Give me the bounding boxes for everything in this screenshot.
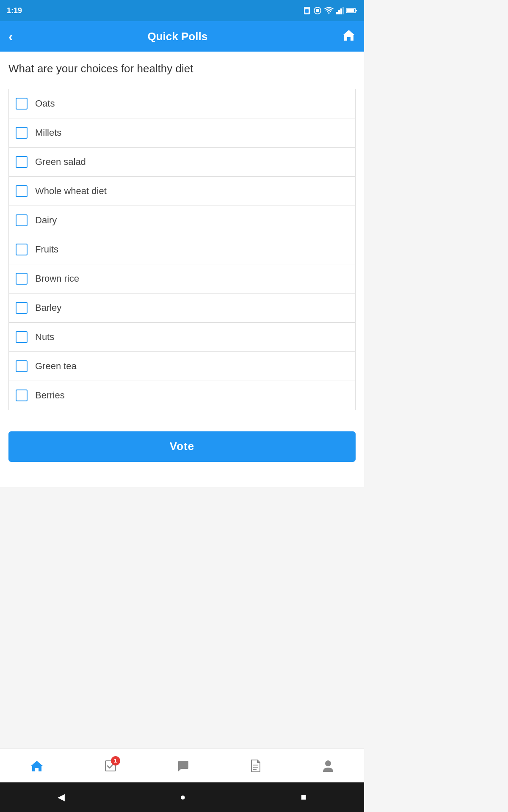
nav-profile[interactable] [314, 756, 342, 776]
svg-point-3 [316, 9, 319, 12]
house-icon [342, 29, 356, 41]
checkbox-10[interactable] [16, 360, 28, 372]
nav-tasks[interactable]: 1 [96, 756, 125, 776]
tasks-badge: 1 [111, 756, 120, 765]
home-nav-svg [30, 760, 44, 772]
checkbox-3[interactable] [16, 156, 28, 168]
main-content: What are your choices for healthy diet O… [0, 52, 364, 419]
checkbox-5[interactable] [16, 214, 28, 226]
nav-docs[interactable] [241, 756, 270, 776]
signal-icon [336, 7, 344, 14]
svg-rect-6 [340, 8, 342, 14]
android-nav: ◀ ● ■ [0, 782, 364, 812]
option-label-5: Dairy [35, 215, 57, 226]
option-label-1: Oats [35, 98, 55, 109]
sync-icon [313, 6, 322, 15]
battery-icon [346, 8, 357, 14]
option-label-7: Brown rice [35, 273, 79, 284]
option-item-5[interactable]: Dairy [8, 206, 356, 235]
option-label-4: Whole wheat diet [35, 186, 107, 197]
checkbox-9[interactable] [16, 331, 28, 343]
vote-section: Vote [0, 419, 364, 470]
option-item-6[interactable]: Fruits [8, 235, 356, 264]
svg-rect-1 [305, 9, 309, 13]
svg-rect-10 [347, 9, 354, 12]
sim-icon [303, 6, 311, 15]
checkbox-4[interactable] [16, 185, 28, 197]
option-label-2: Millets [35, 127, 61, 138]
bottom-nav: 1 [0, 749, 364, 782]
option-label-3: Green salad [35, 156, 86, 167]
back-button[interactable]: ‹ [8, 29, 13, 44]
option-item-1[interactable]: Oats [8, 89, 356, 118]
option-item-2[interactable]: Millets [8, 118, 356, 148]
home-nav-icon[interactable] [342, 29, 356, 44]
option-label-6: Fruits [35, 244, 58, 255]
app-bar: ‹ Quick Polls [0, 21, 364, 52]
option-label-11: Berries [35, 390, 65, 401]
checkbox-1[interactable] [16, 98, 28, 110]
svg-rect-5 [338, 10, 340, 14]
option-item-10[interactable]: Green tea [8, 352, 356, 381]
option-item-8[interactable]: Barley [8, 294, 356, 323]
svg-rect-4 [336, 12, 338, 14]
status-bar: 1:19 [0, 0, 364, 21]
svg-point-15 [325, 760, 331, 766]
nav-chat[interactable] [168, 756, 198, 776]
checkbox-2[interactable] [16, 127, 28, 139]
android-recents[interactable]: ■ [301, 792, 306, 803]
option-item-4[interactable]: Whole wheat diet [8, 177, 356, 206]
app-bar-title: Quick Polls [13, 30, 342, 43]
option-item-9[interactable]: Nuts [8, 323, 356, 352]
option-item-7[interactable]: Brown rice [8, 264, 356, 294]
option-label-9: Nuts [35, 332, 54, 343]
option-list: OatsMilletsGreen saladWhole wheat dietDa… [8, 89, 356, 410]
option-label-10: Green tea [35, 361, 77, 372]
android-back[interactable]: ◀ [58, 792, 65, 803]
option-item-11[interactable]: Berries [8, 381, 356, 410]
profile-nav-svg [322, 759, 334, 773]
checkbox-8[interactable] [16, 302, 28, 314]
checkbox-11[interactable] [16, 390, 28, 401]
poll-question: What are your choices for healthy diet [8, 62, 356, 76]
android-home[interactable]: ● [180, 792, 185, 803]
option-label-8: Barley [35, 302, 61, 313]
svg-rect-9 [356, 10, 357, 11]
docs-nav-svg [250, 759, 262, 773]
status-icons [303, 6, 357, 15]
status-time: 1:19 [7, 6, 22, 15]
option-item-3[interactable]: Green salad [8, 148, 356, 177]
chat-nav-svg [177, 760, 190, 772]
checkbox-6[interactable] [16, 244, 28, 255]
wifi-icon [324, 7, 334, 14]
checkbox-7[interactable] [16, 273, 28, 285]
svg-rect-7 [342, 7, 344, 14]
vote-button[interactable]: Vote [8, 431, 356, 462]
nav-home[interactable] [22, 756, 52, 776]
